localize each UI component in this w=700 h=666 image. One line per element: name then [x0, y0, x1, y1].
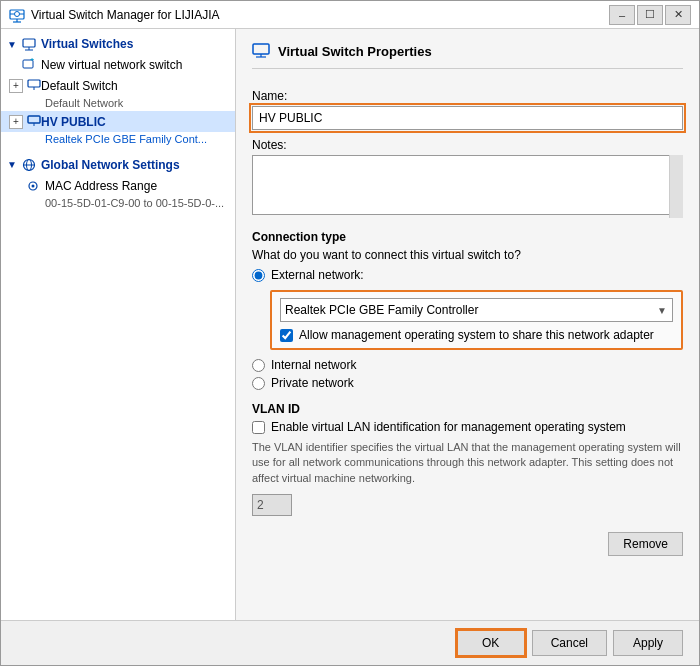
internal-network-radio[interactable] — [252, 359, 265, 372]
global-arrow-icon: ▼ — [7, 159, 17, 170]
default-switch-sub: Default Network — [1, 96, 235, 111]
hv-public-expand-icon: + — [9, 115, 23, 129]
svg-rect-11 — [28, 80, 40, 87]
nic-dropdown[interactable]: Realtek PCIe GBE Family Controller — [280, 298, 673, 322]
new-virtual-switch-item[interactable]: + New virtual network switch — [1, 55, 235, 75]
hv-public-label: HV PUBLIC — [41, 115, 106, 129]
title-bar: Virtual Switch Manager for LIJIAJIA – ☐ … — [1, 1, 699, 29]
close-button[interactable]: ✕ — [665, 5, 691, 25]
svg-rect-20 — [253, 44, 269, 54]
allow-management-checkbox[interactable] — [280, 329, 293, 342]
new-switch-icon: + — [21, 57, 37, 73]
global-settings-label: Global Network Settings — [41, 158, 180, 172]
global-icon — [21, 157, 37, 173]
external-network-radio[interactable] — [252, 269, 265, 282]
remove-button[interactable]: Remove — [608, 532, 683, 556]
main-window: Virtual Switch Manager for LIJIAJIA – ☐ … — [0, 0, 700, 666]
expand-icon: + — [9, 79, 23, 93]
svg-point-19 — [32, 184, 35, 187]
svg-text:+: + — [30, 58, 34, 63]
internal-network-label: Internal network — [271, 358, 356, 372]
allow-management-checkbox-item[interactable]: Allow management operating system to sha… — [280, 328, 673, 342]
private-network-radio[interactable] — [252, 377, 265, 390]
global-settings-header[interactable]: ▼ Global Network Settings — [1, 154, 235, 176]
hv-public-sub: Realtek PCIe GBE Family Cont... — [1, 132, 235, 147]
new-switch-label: New virtual network switch — [41, 58, 182, 72]
vlan-id-title: VLAN ID — [252, 402, 683, 416]
mac-range-item[interactable]: MAC Address Range — [1, 176, 235, 196]
virtual-switches-header[interactable]: ▼ Virtual Switches — [1, 33, 235, 55]
allow-management-label: Allow management operating system to sha… — [299, 328, 654, 342]
window-title: Virtual Switch Manager for LIJIAJIA — [31, 8, 609, 22]
private-network-label: Private network — [271, 376, 354, 390]
panel-header-title: Virtual Switch Properties — [278, 44, 432, 59]
connection-type-title: Connection type — [252, 230, 683, 244]
maximize-button[interactable]: ☐ — [637, 5, 663, 25]
external-network-box: Realtek PCIe GBE Family Controller ▼ All… — [270, 290, 683, 350]
notes-label: Notes: — [252, 138, 683, 152]
vlan-checkbox-item[interactable]: Enable virtual LAN identification for ma… — [252, 420, 683, 434]
connection-type-group: External network: Realtek PCIe GBE Famil… — [252, 268, 683, 390]
expand-arrow-icon: ▼ — [7, 39, 17, 50]
main-content: ▼ Virtual Switches + — [1, 29, 699, 620]
scrollbar[interactable] — [669, 155, 683, 218]
minimize-button[interactable]: – — [609, 5, 635, 25]
virtual-switches-label: Virtual Switches — [41, 37, 133, 51]
svg-rect-6 — [23, 39, 35, 47]
hv-public-icon — [27, 113, 41, 130]
ok-button[interactable]: OK — [456, 629, 526, 657]
name-label: Name: — [252, 89, 683, 103]
external-network-label: External network: — [271, 268, 364, 282]
vlan-description: The VLAN identifier specifies the virtua… — [252, 440, 683, 486]
virtual-switch-icon — [21, 36, 37, 52]
internal-network-radio-item[interactable]: Internal network — [252, 358, 683, 372]
connection-type-question: What do you want to connect this virtual… — [252, 248, 683, 262]
external-network-radio-item[interactable]: External network: — [252, 268, 683, 282]
notes-textarea[interactable] — [252, 155, 683, 215]
vlan-enable-checkbox[interactable] — [252, 421, 265, 434]
title-bar-controls: – ☐ ✕ — [609, 5, 691, 25]
bottom-bar: OK Cancel Apply — [1, 620, 699, 665]
panel-header-icon — [252, 41, 270, 62]
left-panel: ▼ Virtual Switches + — [1, 29, 236, 620]
vlan-enable-label: Enable virtual LAN identification for ma… — [271, 420, 626, 434]
default-switch-expand[interactable]: + Default Switch — [1, 75, 235, 96]
apply-button[interactable]: Apply — [613, 630, 683, 656]
panel-header: Virtual Switch Properties — [252, 41, 683, 69]
mac-icon — [25, 178, 41, 194]
mac-range-label: MAC Address Range — [45, 179, 157, 193]
cancel-button[interactable]: Cancel — [532, 630, 607, 656]
notes-wrapper — [252, 155, 683, 218]
mac-range-sub: 00-15-5D-01-C9-00 to 00-15-5D-0-... — [1, 196, 235, 211]
name-input[interactable] — [252, 106, 683, 130]
default-switch-icon — [27, 77, 41, 94]
default-switch-label: Default Switch — [41, 79, 118, 93]
right-panel: Virtual Switch Properties Name: Notes: C… — [236, 29, 699, 620]
vlan-section: VLAN ID Enable virtual LAN identificatio… — [252, 402, 683, 516]
svg-rect-13 — [28, 116, 40, 123]
svg-point-3 — [15, 11, 20, 16]
window-icon — [9, 7, 25, 23]
private-network-radio-item[interactable]: Private network — [252, 376, 683, 390]
vlan-value-input[interactable] — [252, 494, 292, 516]
hv-public-expand[interactable]: + HV PUBLIC — [1, 111, 235, 132]
nic-dropdown-wrapper: Realtek PCIe GBE Family Controller ▼ — [280, 298, 673, 322]
